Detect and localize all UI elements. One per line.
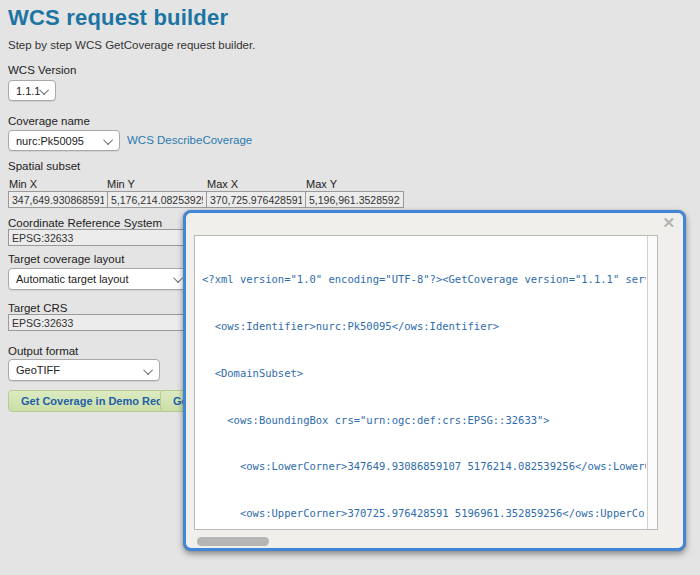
output-format-select[interactable]: GeoTIFF bbox=[8, 359, 160, 381]
xml-line: <ows:BoundingBox crs="urn:ogc:def:crs:EP… bbox=[202, 413, 646, 429]
page-title: WCS request builder bbox=[8, 5, 228, 31]
page-subtitle: Step by step WCS GetCoverage request bui… bbox=[8, 39, 255, 51]
spatial-subset-label: Spatial subset bbox=[8, 160, 80, 172]
xml-line: <ows:UpperCorner>370725.976428591 519696… bbox=[202, 506, 646, 522]
min-x-header: Min X bbox=[9, 178, 37, 190]
getcoverage-xml: <?xml version="1.0" encoding="UTF-8"?><G… bbox=[195, 236, 646, 529]
getcoverage-xml-dialog: ✕ <?xml version="1.0" encoding="UTF-8"?>… bbox=[183, 210, 686, 551]
crs-input[interactable] bbox=[8, 229, 186, 246]
max-y-input[interactable] bbox=[305, 191, 404, 208]
xml-line: <DomainSubset> bbox=[202, 366, 646, 382]
describe-coverage-link[interactable]: WCS DescribeCoverage bbox=[127, 134, 252, 146]
output-format-label: Output format bbox=[8, 345, 78, 357]
max-y-header: Max Y bbox=[306, 178, 337, 190]
target-crs-input[interactable] bbox=[8, 314, 186, 331]
chevron-down-icon bbox=[143, 365, 153, 375]
chevron-down-icon bbox=[103, 135, 113, 145]
xml-line: <ows:Identifier>nurc:Pk50095</ows:Identi… bbox=[202, 319, 646, 335]
coverage-name-label: Coverage name bbox=[8, 115, 90, 127]
max-x-header: Max X bbox=[207, 178, 238, 190]
min-y-header: Min Y bbox=[107, 178, 135, 190]
horizontal-scrollbar-thumb[interactable] bbox=[197, 537, 269, 546]
min-y-input[interactable] bbox=[107, 191, 206, 208]
coverage-name-value: nurc:Pk50095 bbox=[16, 135, 84, 147]
xml-scroll-area[interactable]: <?xml version="1.0" encoding="UTF-8"?><G… bbox=[194, 235, 658, 530]
target-layout-select[interactable]: Automatic target layout bbox=[8, 268, 190, 290]
min-x-input[interactable] bbox=[8, 191, 107, 208]
chevron-down-icon bbox=[39, 85, 49, 95]
crs-label: Coordinate Reference System bbox=[8, 217, 162, 229]
vertical-scrollbar[interactable] bbox=[647, 236, 657, 529]
wcs-version-value: 1.1.1 bbox=[16, 85, 40, 97]
output-format-value: GeoTIFF bbox=[16, 364, 60, 376]
xml-line: <ows:LowerCorner>347649.93086859107 5176… bbox=[202, 459, 646, 475]
coverage-name-select[interactable]: nurc:Pk50095 bbox=[8, 130, 120, 151]
xml-line: <?xml version="1.0" encoding="UTF-8"?><G… bbox=[202, 272, 646, 288]
close-icon[interactable]: ✕ bbox=[662, 213, 675, 233]
target-crs-label: Target CRS bbox=[8, 302, 67, 314]
target-layout-label: Target coverage layout bbox=[8, 253, 124, 265]
wcs-version-label: WCS Version bbox=[8, 64, 76, 76]
chevron-down-icon bbox=[173, 273, 183, 283]
max-x-input[interactable] bbox=[206, 191, 305, 208]
wcs-version-select[interactable]: 1.1.1 bbox=[8, 80, 56, 101]
target-layout-value: Automatic target layout bbox=[16, 273, 129, 285]
